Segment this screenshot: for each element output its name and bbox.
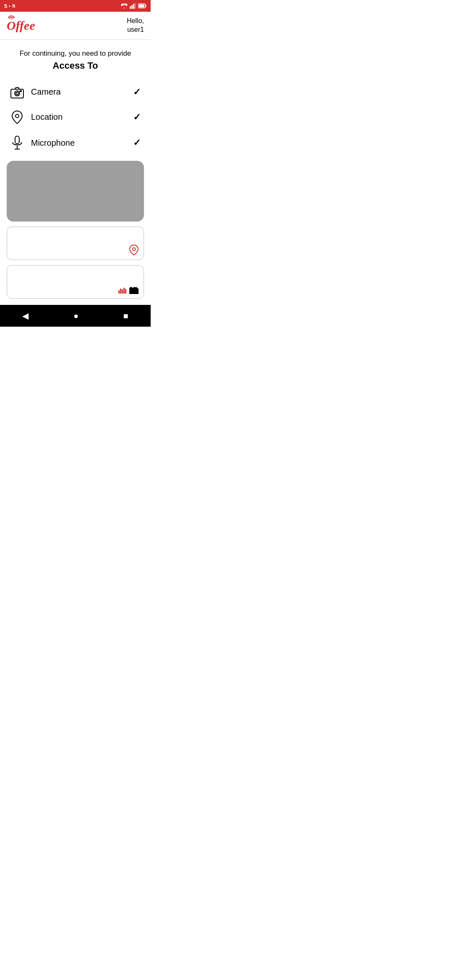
- status-time: 5: [4, 3, 7, 9]
- permission-camera: Camera ✓: [7, 81, 144, 103]
- permission-microphone: Microphone ✓: [7, 132, 144, 154]
- sim1-icon: ▪: [9, 3, 10, 8]
- microphone-icon: [10, 136, 24, 150]
- permission-location: Location ✓: [7, 106, 144, 128]
- recents-button[interactable]: ■: [120, 308, 131, 324]
- location-check: ✓: [133, 112, 141, 123]
- svg-rect-1: [131, 5, 133, 9]
- status-bar: 5 ▪ S: [0, 0, 151, 12]
- location-input-box[interactable]: [7, 227, 144, 260]
- svg-rect-13: [15, 136, 19, 144]
- soundcloud-icon: [118, 286, 139, 294]
- svg-rect-2: [133, 4, 134, 9]
- logo-wifi-icon: [7, 14, 16, 19]
- signal-icon: [130, 3, 136, 9]
- svg-rect-18: [120, 289, 121, 294]
- microphone-check: ✓: [133, 137, 141, 148]
- svg-point-16: [133, 248, 136, 251]
- intro-text: For continuing, you need to provide: [7, 48, 144, 59]
- nav-bar: ◀ ● ■: [0, 305, 151, 327]
- svg-rect-19: [122, 289, 123, 294]
- app-header: O ffee Hello, user1: [0, 12, 151, 40]
- svg-rect-5: [146, 5, 146, 7]
- location-pin-icon: [129, 244, 139, 255]
- svg-point-9: [15, 91, 20, 96]
- logo-suffix: ffee: [16, 18, 35, 33]
- svg-rect-11: [20, 90, 21, 92]
- svg-point-7: [11, 18, 12, 19]
- svg-rect-21: [125, 289, 126, 294]
- audio-input-box[interactable]: [7, 265, 144, 299]
- access-title: Access To: [7, 60, 144, 71]
- camera-icon: [10, 85, 24, 98]
- svg-rect-0: [130, 6, 131, 9]
- svg-point-10: [16, 92, 18, 95]
- home-button[interactable]: ●: [70, 308, 82, 324]
- logo-container: O ffee: [7, 18, 35, 33]
- back-button[interactable]: ◀: [19, 307, 32, 324]
- main-content: For continuing, you need to provide Acce…: [0, 40, 151, 308]
- logo-text: O: [7, 18, 16, 32]
- location-icon: [10, 110, 24, 124]
- camera-preview: [7, 161, 144, 222]
- microphone-label: Microphone: [31, 138, 133, 148]
- status-right: [121, 3, 146, 9]
- status-left: 5 ▪ S: [4, 3, 15, 9]
- camera-check: ✓: [133, 87, 141, 98]
- wifi-icon: [121, 3, 128, 9]
- camera-label: Camera: [31, 87, 133, 97]
- svg-rect-17: [118, 290, 120, 294]
- greeting-text: Hello, user1: [127, 17, 144, 34]
- svg-rect-3: [135, 3, 136, 9]
- location-label: Location: [31, 112, 133, 122]
- sim2-icon: S: [12, 3, 15, 8]
- svg-rect-6: [139, 5, 144, 8]
- svg-rect-20: [123, 288, 125, 294]
- svg-point-12: [15, 114, 19, 118]
- battery-icon: [138, 3, 146, 8]
